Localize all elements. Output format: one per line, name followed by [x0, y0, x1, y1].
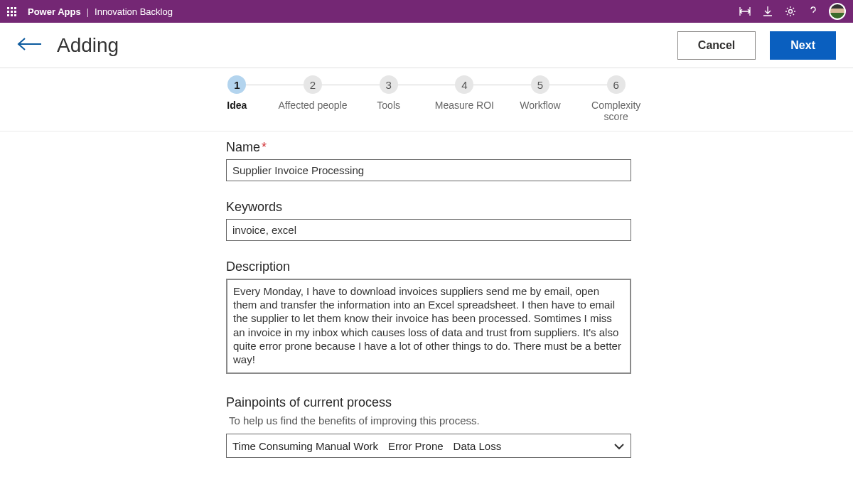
step-tools[interactable]: 3 Tools	[350, 75, 426, 111]
app-topbar: Power Apps | Innovation Backlog	[0, 0, 853, 23]
step-label: Complexity score	[578, 100, 654, 122]
stepper: 1 Idea 2 Affected people 3 Tools 4 Measu…	[0, 68, 853, 132]
waffle-icon[interactable]	[7, 7, 16, 16]
app-name: Power Apps	[28, 6, 81, 17]
name-field: Name*	[226, 140, 633, 181]
step-idea[interactable]: 1 Idea	[199, 75, 275, 111]
name-label: Name*	[226, 140, 633, 155]
description-input[interactable]	[226, 279, 631, 374]
cancel-button[interactable]: Cancel	[677, 31, 756, 60]
step-workflow[interactable]: 5 Workflow	[503, 75, 579, 111]
chevron-down-icon	[613, 440, 625, 452]
user-avatar[interactable]	[829, 3, 846, 20]
fit-icon[interactable]	[734, 0, 756, 23]
description-label: Description	[226, 259, 633, 274]
step-affected-people[interactable]: 2 Affected people	[275, 75, 351, 111]
settings-icon[interactable]	[779, 0, 802, 23]
step-measure-roi[interactable]: 4 Measure ROI	[426, 75, 503, 111]
help-icon[interactable]	[802, 0, 825, 23]
keywords-field: Keywords	[226, 200, 633, 241]
painpoints-label: Painpoints of current process	[226, 395, 633, 410]
next-button[interactable]: Next	[770, 31, 836, 60]
page-header: Adding Cancel Next	[0, 23, 853, 68]
name-input[interactable]	[226, 159, 631, 181]
step-label: Tools	[377, 100, 400, 111]
title-separator: |	[87, 6, 89, 17]
description-field: Description	[226, 259, 633, 377]
keywords-input[interactable]	[226, 219, 631, 241]
step-label: Affected people	[278, 100, 347, 111]
download-icon[interactable]	[756, 0, 779, 23]
back-arrow-icon[interactable]	[17, 37, 43, 54]
painpoints-select[interactable]: Time Consuming Manual Work Error Prone D…	[226, 434, 631, 458]
painpoints-values: Time Consuming Manual Work Error Prone D…	[232, 440, 613, 452]
step-label: Idea	[227, 100, 247, 111]
screen-name: Innovation Backlog	[95, 6, 173, 17]
svg-point-0	[789, 10, 793, 14]
step-complexity-score[interactable]: 6 Complexity score	[578, 75, 654, 122]
painpoints-field: Painpoints of current process To help us…	[226, 395, 633, 458]
keywords-label: Keywords	[226, 200, 633, 215]
page-title: Adding	[57, 34, 119, 57]
step-label: Workflow	[520, 100, 560, 111]
step-label: Measure ROI	[435, 100, 494, 111]
idea-form: Name* Keywords Description Painpoints of…	[220, 140, 633, 458]
painpoints-helper: To help us find the benefits of improvin…	[229, 414, 633, 427]
